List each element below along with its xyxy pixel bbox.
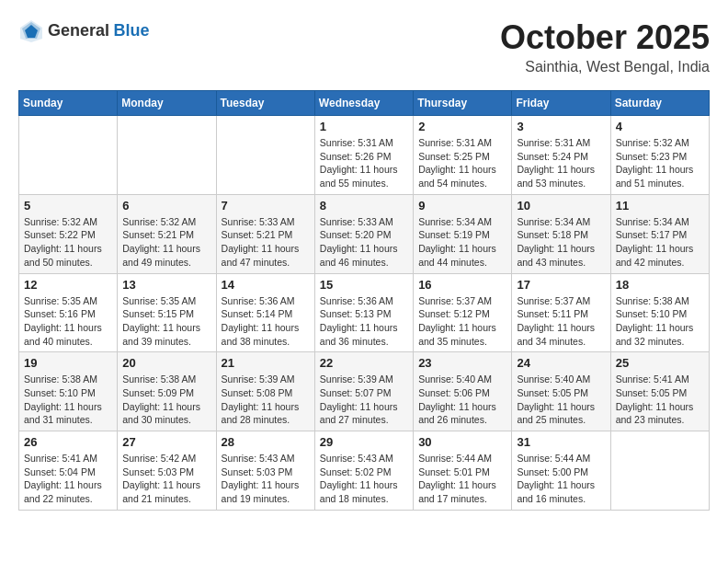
calendar-week-1: 1Sunrise: 5:31 AM Sunset: 5:26 PM Daylig… xyxy=(19,116,710,195)
calendar-week-5: 26Sunrise: 5:41 AM Sunset: 5:04 PM Dayli… xyxy=(19,431,710,511)
day-info: Sunrise: 5:38 AM Sunset: 5:10 PM Dayligh… xyxy=(24,373,112,427)
day-info: Sunrise: 5:31 AM Sunset: 5:24 PM Dayligh… xyxy=(517,136,605,190)
header-thursday: Thursday xyxy=(414,91,512,116)
table-row: 12Sunrise: 5:35 AM Sunset: 5:16 PM Dayli… xyxy=(19,273,118,352)
table-row xyxy=(216,116,314,195)
calendar-week-3: 12Sunrise: 5:35 AM Sunset: 5:16 PM Dayli… xyxy=(19,273,710,352)
table-row: 15Sunrise: 5:36 AM Sunset: 5:13 PM Dayli… xyxy=(314,273,413,352)
table-row: 21Sunrise: 5:39 AM Sunset: 5:08 PM Dayli… xyxy=(216,352,314,431)
day-number: 9 xyxy=(418,199,506,213)
table-row: 24Sunrise: 5:40 AM Sunset: 5:05 PM Dayli… xyxy=(512,352,610,431)
day-number: 27 xyxy=(122,435,210,449)
day-info: Sunrise: 5:41 AM Sunset: 5:05 PM Dayligh… xyxy=(616,373,704,427)
table-row: 31Sunrise: 5:44 AM Sunset: 5:00 PM Dayli… xyxy=(512,431,610,511)
header-sunday: Sunday xyxy=(19,91,118,116)
day-number: 29 xyxy=(320,435,408,449)
calendar-week-2: 5Sunrise: 5:32 AM Sunset: 5:22 PM Daylig… xyxy=(19,194,710,273)
day-number: 31 xyxy=(517,435,605,449)
table-row: 11Sunrise: 5:34 AM Sunset: 5:17 PM Dayli… xyxy=(610,194,709,273)
title-area: October 2025 Sainthia, West Bengal, Indi… xyxy=(500,18,710,75)
table-row xyxy=(610,431,709,511)
day-number: 25 xyxy=(616,356,704,370)
table-row: 13Sunrise: 5:35 AM Sunset: 5:15 PM Dayli… xyxy=(118,273,216,352)
day-info: Sunrise: 5:43 AM Sunset: 5:03 PM Dayligh… xyxy=(222,452,310,506)
table-row: 16Sunrise: 5:37 AM Sunset: 5:12 PM Dayli… xyxy=(414,273,512,352)
day-info: Sunrise: 5:32 AM Sunset: 5:21 PM Dayligh… xyxy=(122,215,210,270)
table-row: 20Sunrise: 5:38 AM Sunset: 5:09 PM Dayli… xyxy=(118,352,216,431)
header-friday: Friday xyxy=(512,91,610,116)
day-info: Sunrise: 5:35 AM Sunset: 5:16 PM Dayligh… xyxy=(24,294,112,349)
table-row: 2Sunrise: 5:31 AM Sunset: 5:25 PM Daylig… xyxy=(414,116,512,195)
table-row: 1Sunrise: 5:31 AM Sunset: 5:26 PM Daylig… xyxy=(314,116,413,195)
day-number: 10 xyxy=(517,199,605,213)
day-number: 14 xyxy=(222,278,310,292)
table-row: 30Sunrise: 5:44 AM Sunset: 5:01 PM Dayli… xyxy=(414,431,512,511)
logo-general: General xyxy=(48,21,109,40)
day-number: 11 xyxy=(616,199,704,213)
table-row: 3Sunrise: 5:31 AM Sunset: 5:24 PM Daylig… xyxy=(512,116,610,195)
logo-blue: Blue xyxy=(114,21,150,40)
day-number: 4 xyxy=(616,120,704,133)
day-info: Sunrise: 5:40 AM Sunset: 5:06 PM Dayligh… xyxy=(418,373,506,427)
table-row: 18Sunrise: 5:38 AM Sunset: 5:10 PM Dayli… xyxy=(610,273,709,352)
calendar-header-row: Sunday Monday Tuesday Wednesday Thursday… xyxy=(19,91,710,116)
day-info: Sunrise: 5:31 AM Sunset: 5:26 PM Dayligh… xyxy=(320,136,408,190)
day-info: Sunrise: 5:38 AM Sunset: 5:10 PM Dayligh… xyxy=(616,294,704,349)
day-number: 8 xyxy=(320,199,408,213)
day-info: Sunrise: 5:33 AM Sunset: 5:20 PM Dayligh… xyxy=(320,215,408,270)
day-info: Sunrise: 5:42 AM Sunset: 5:03 PM Dayligh… xyxy=(122,452,210,506)
day-number: 21 xyxy=(222,356,310,370)
table-row: 22Sunrise: 5:39 AM Sunset: 5:07 PM Dayli… xyxy=(314,352,413,431)
day-number: 26 xyxy=(24,435,112,449)
table-row xyxy=(19,116,118,195)
day-number: 16 xyxy=(418,278,506,292)
day-number: 19 xyxy=(24,356,112,370)
day-number: 2 xyxy=(418,120,506,133)
day-info: Sunrise: 5:41 AM Sunset: 5:04 PM Dayligh… xyxy=(24,452,112,506)
day-info: Sunrise: 5:39 AM Sunset: 5:07 PM Dayligh… xyxy=(320,373,408,427)
day-info: Sunrise: 5:40 AM Sunset: 5:05 PM Dayligh… xyxy=(517,373,605,427)
day-number: 17 xyxy=(517,278,605,292)
table-row: 8Sunrise: 5:33 AM Sunset: 5:20 PM Daylig… xyxy=(314,194,413,273)
day-info: Sunrise: 5:37 AM Sunset: 5:12 PM Dayligh… xyxy=(418,294,506,349)
table-row: 23Sunrise: 5:40 AM Sunset: 5:06 PM Dayli… xyxy=(414,352,512,431)
header-saturday: Saturday xyxy=(610,91,709,116)
logo-text: General Blue xyxy=(48,22,150,40)
day-number: 12 xyxy=(24,278,112,292)
month-title: October 2025 xyxy=(500,18,710,57)
day-number: 1 xyxy=(320,120,408,133)
table-row: 27Sunrise: 5:42 AM Sunset: 5:03 PM Dayli… xyxy=(118,431,216,511)
day-number: 23 xyxy=(418,356,506,370)
day-info: Sunrise: 5:43 AM Sunset: 5:02 PM Dayligh… xyxy=(320,452,408,506)
calendar-table: Sunday Monday Tuesday Wednesday Thursday… xyxy=(18,90,710,511)
day-number: 7 xyxy=(222,199,310,213)
table-row: 9Sunrise: 5:34 AM Sunset: 5:19 PM Daylig… xyxy=(414,194,512,273)
table-row: 10Sunrise: 5:34 AM Sunset: 5:18 PM Dayli… xyxy=(512,194,610,273)
table-row: 25Sunrise: 5:41 AM Sunset: 5:05 PM Dayli… xyxy=(610,352,709,431)
table-row: 26Sunrise: 5:41 AM Sunset: 5:04 PM Dayli… xyxy=(19,431,118,511)
table-row: 14Sunrise: 5:36 AM Sunset: 5:14 PM Dayli… xyxy=(216,273,314,352)
day-number: 20 xyxy=(122,356,210,370)
day-info: Sunrise: 5:32 AM Sunset: 5:22 PM Dayligh… xyxy=(24,215,112,270)
day-number: 18 xyxy=(616,278,704,292)
header-wednesday: Wednesday xyxy=(314,91,413,116)
day-number: 6 xyxy=(122,199,210,213)
table-row xyxy=(118,116,216,195)
day-info: Sunrise: 5:36 AM Sunset: 5:13 PM Dayligh… xyxy=(320,294,408,349)
table-row: 6Sunrise: 5:32 AM Sunset: 5:21 PM Daylig… xyxy=(118,194,216,273)
day-info: Sunrise: 5:39 AM Sunset: 5:08 PM Dayligh… xyxy=(222,373,310,427)
calendar-week-4: 19Sunrise: 5:38 AM Sunset: 5:10 PM Dayli… xyxy=(19,352,710,431)
day-info: Sunrise: 5:36 AM Sunset: 5:14 PM Dayligh… xyxy=(222,294,310,349)
day-info: Sunrise: 5:34 AM Sunset: 5:18 PM Dayligh… xyxy=(517,215,605,270)
day-info: Sunrise: 5:44 AM Sunset: 5:01 PM Dayligh… xyxy=(418,452,506,506)
day-number: 28 xyxy=(222,435,310,449)
header-tuesday: Tuesday xyxy=(216,91,314,116)
page-header: General Blue October 2025 Sainthia, West… xyxy=(18,18,710,75)
logo-icon xyxy=(18,18,44,44)
day-info: Sunrise: 5:38 AM Sunset: 5:09 PM Dayligh… xyxy=(122,373,210,427)
day-info: Sunrise: 5:32 AM Sunset: 5:23 PM Dayligh… xyxy=(616,136,704,190)
day-number: 15 xyxy=(320,278,408,292)
day-info: Sunrise: 5:35 AM Sunset: 5:15 PM Dayligh… xyxy=(122,294,210,349)
day-info: Sunrise: 5:44 AM Sunset: 5:00 PM Dayligh… xyxy=(517,452,605,506)
header-monday: Monday xyxy=(118,91,216,116)
